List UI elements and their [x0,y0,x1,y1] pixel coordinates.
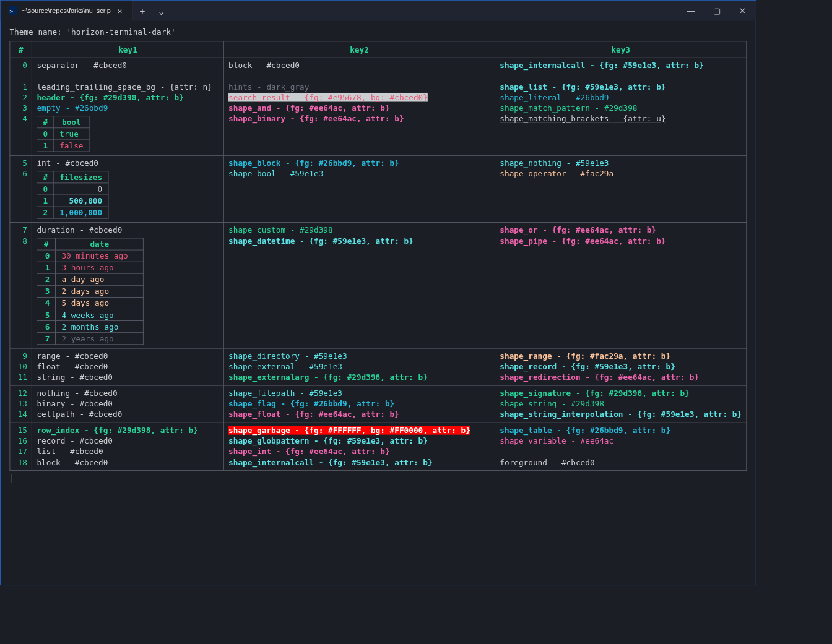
value-line: shape_binary - {fg: #ee64ac, attr: b} [228,114,490,124]
filesizes-table: #filesizes 001500,00021,000,000 [37,171,108,218]
value-line: string - #cbced0 [37,372,219,383]
value-line: shape_external - #59e1e3 [228,361,490,372]
key3-cell: shape_table - {fg: #26bbd9, attr: b}shap… [495,423,747,470]
value-line: block - #cbced0 [228,60,490,71]
key1-cell: int - #cbced0 #filesizes 001500,00021,00… [32,155,224,222]
value-line: leading_trailing_space_bg - {attr: n} [37,82,219,92]
value-line: shape_range - {fg: #fac29a, attr: b} [500,351,742,361]
value-line: shape_record - {fg: #59e1e3, attr: b} [500,361,742,372]
value-line: shape_redirection - {fg: #ee64ac, attr: … [500,372,742,383]
value-line: foreground - #cbced0 [500,457,742,468]
key2-cell: shape_directory - #59e1e3shape_external … [223,348,495,385]
value-line: shape_bool - #59e1e3 [228,169,490,179]
value-line: row_index - {fg: #29d398, attr: b} [37,425,219,436]
value-line: search_result - {fg: #e95678, bg: #cbced… [228,92,490,103]
terminal-viewport[interactable]: Theme name: 'horizon-terminal-dark' # ke… [1,21,756,585]
row-group-5: 121314 nothing - #cbced0binary - #cbced0… [10,385,747,423]
value-line: empty - #26bbd9 [37,103,219,113]
terminal-window: >_ ~\source\repos\forks\nu_scrip ✕ + ⌄ —… [0,0,756,585]
date-table: #date 030 minutes ago13 hours ago2a day … [37,238,144,345]
new-tab-button[interactable]: + [133,1,152,21]
key2-cell: block - #cbced0 hints - dark_graysearch_… [223,58,495,155]
value-line: shape_operator - #fac29a [500,169,742,179]
value-line: separator - #cbced0 [37,60,219,71]
bool-table: #bool 0true1false [37,116,89,152]
maximize-button[interactable]: ▢ [704,1,730,21]
value-line: shape_directory - #59e1e3 [228,351,490,361]
value-line: shape_table - {fg: #26bbd9, attr: b} [500,425,742,436]
value-line: shape_signature - {fg: #29d398, attr: b} [500,388,742,398]
header-key3: key3 [495,41,747,58]
idx-cell: 56 [10,155,32,222]
header-idx: # [10,41,32,58]
key1-cell: row_index - {fg: #29d398, attr: b}record… [32,423,224,470]
date-idx-hdr: # [37,238,56,250]
value-line: shape_and - {fg: #ee64ac, attr: b} [228,103,490,113]
value-line: range - #cbced0 [37,351,219,361]
key3-cell: shape_range - {fg: #fac29a, attr: b}shap… [495,348,747,385]
header-key2: key2 [223,41,495,58]
value-line: shape_flag - {fg: #26bbd9, attr: b} [228,398,490,409]
idx-cell: 91011 [10,348,32,385]
titlebar: >_ ~\source\repos\forks\nu_scrip ✕ + ⌄ —… [1,1,756,21]
value-line: shape_pipe - {fg: #ee64ac, attr: b} [500,236,742,246]
value-line: shape_nothing - #59e1e3 [500,158,742,168]
key2-cell: shape_filepath - #59e1e3shape_flag - {fg… [223,385,495,423]
theme-line: Theme name: 'horizon-terminal-dark' [9,28,747,37]
value-line: shape_match_pattern - #29d398 [500,103,742,113]
date-val-hdr: date [56,238,144,250]
key3-cell: shape_nothing - #59e1e3shape_operator - … [495,155,747,222]
value-line [228,71,490,82]
value-line: shape_globpattern - {fg: #59e1e3, attr: … [228,436,490,446]
key1-cell: separator - #cbced0 leading_trailing_spa… [32,58,224,155]
key2-cell: shape_custom - #29d398shape_datetime - {… [223,223,495,349]
key2-cell: shape_block - {fg: #26bbd9, attr: b}shap… [223,155,495,222]
bool-val-hdr: bool [54,116,89,128]
value-line: shape_float - {fg: #ee64ac, attr: b} [228,410,490,420]
key3-cell: shape_internalcall - {fg: #59e1e3, attr:… [495,58,747,155]
tab-close-icon[interactable]: ✕ [115,5,124,16]
idx-cell: 15161718 [10,423,32,470]
value-line: shape_block - {fg: #26bbd9, attr: b} [228,158,490,168]
bool-idx-hdr: # [37,116,54,128]
key3-cell: shape_or - {fg: #ee64ac, attr: b}shape_p… [495,223,747,349]
value-line: record - #cbced0 [37,436,219,446]
value-line: shape_string_interpolation - {fg: #59e1e… [500,410,742,420]
value-line: header - {fg: #29d398, attr: b} [37,92,219,103]
row-group-6: 15161718 row_index - {fg: #29d398, attr:… [10,423,747,470]
value-line: shape_or - {fg: #ee64ac, attr: b} [500,225,742,236]
row-group-3: 78 duration - #cbced0 #date 030 minutes … [10,223,747,349]
minimize-button[interactable]: — [678,1,704,21]
tab-dropdown-icon[interactable]: ⌄ [152,1,171,21]
tab-title: ~\source\repos\forks\nu_scrip [22,7,110,15]
header-key1: key1 [32,41,224,58]
idx-cell: 78 [10,223,32,349]
value-line: shape_int - {fg: #ee64ac, attr: b} [228,447,490,457]
key3-cell: shape_signature - {fg: #29d398, attr: b}… [495,385,747,423]
tab[interactable]: >_ ~\source\repos\forks\nu_scrip ✕ [1,1,133,21]
row-group-4: 91011 range - #cbced0float - #cbced0stri… [10,348,747,385]
value-line [37,71,219,82]
value-line: hints - dark_gray [228,82,490,92]
close-button[interactable]: ✕ [730,1,756,21]
value-line [500,71,742,82]
cursor [11,474,11,483]
fs-idx-hdr: # [37,171,54,183]
value-line: binary - #cbced0 [37,398,219,409]
value-line: cellpath - #cbced0 [37,410,219,420]
value-line: shape_literal - #26bbd9 [500,92,742,103]
value-line: shape_matching_brackets - {attr: u} [500,114,742,124]
row-group-2: 56 int - #cbced0 #filesizes 001500,00021… [10,155,747,222]
value-line: shape_internalcall - {fg: #59e1e3, attr:… [228,457,490,468]
value-line [500,447,742,457]
value-line: shape_variable - #ee64ac [500,436,742,446]
fs-val-hdr: filesizes [54,171,108,183]
value-line: nothing - #cbced0 [37,388,219,398]
value-line: shape_string - #29d398 [500,398,742,409]
value-line: shape_list - {fg: #59e1e3, attr: b} [500,82,742,92]
value-line: shape_garbage - {fg: #FFFFFF, bg: #FF000… [228,425,490,436]
main-table: # key1 key2 key3 0 1234 separator - #cbc… [9,41,747,470]
value-line: int - #cbced0 [37,158,219,168]
value-line: shape_externalarg - {fg: #29d398, attr: … [228,372,490,383]
key1-cell: duration - #cbced0 #date 030 minutes ago… [32,223,224,349]
